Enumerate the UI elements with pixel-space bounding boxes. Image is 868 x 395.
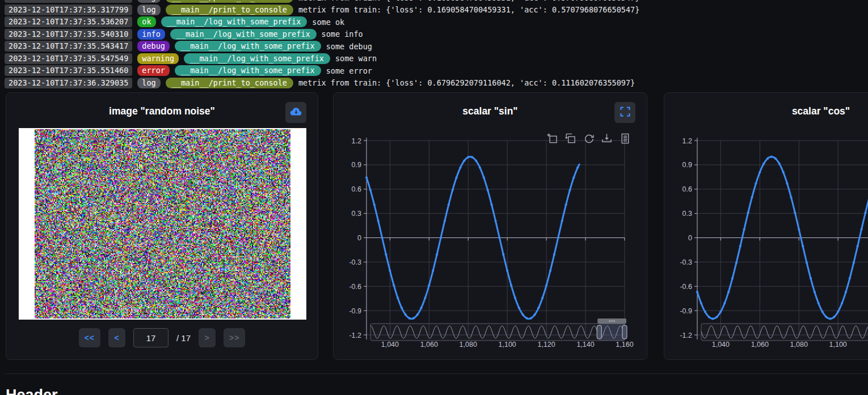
log-message: metrix from train: {'loss': 0.1690584700… [298,0,639,2]
data-point [810,277,812,279]
data-point [782,171,785,173]
data-point [459,167,461,169]
x-tick-label: 1,100 [499,341,516,349]
zoom-reset-icon[interactable] [564,133,576,147]
prev-page-button[interactable]: < [108,328,125,347]
y-tick-label: 0.9 [682,161,692,169]
data-point [572,176,575,179]
log-level-badge: log [137,5,160,15]
data-point [715,316,718,318]
first-page-button[interactable]: << [79,328,100,347]
download-image-button[interactable] [285,102,306,123]
area-zoom-icon[interactable] [546,133,558,147]
data-point [397,297,399,299]
data-point [404,313,407,316]
datazoom-handle[interactable] [597,325,601,339]
fullscreen-button[interactable] [614,102,635,123]
data-point [837,311,839,313]
log-message: metrix from train: {'loss': 0.6796292079… [298,78,635,87]
y-tick-label: 0.3 [682,210,692,218]
data-point [444,220,446,222]
data-point [408,317,411,320]
log-level-badge: log [137,0,160,3]
logged-image-frame [19,128,306,320]
last-page-button[interactable]: >> [224,328,245,347]
datazoom-handle[interactable] [622,325,627,339]
data-point [798,228,800,230]
data-point [502,253,504,256]
x-tick-label: 1,120 [537,341,555,349]
x-tick-label: 1,040 [381,341,399,349]
x-tick-label: 1,160 [616,341,633,349]
data-point [385,253,387,256]
cos-line-chart[interactable]: 1.20.90.60.30-0.3-0.6-0.9-1.21,0401,0601… [672,131,868,352]
data-point [467,156,469,158]
chart-toolbox [546,133,631,147]
cos-card-title: scalar "cos" [664,105,868,117]
datazoom-track[interactable] [370,324,625,341]
random-noise-image [35,129,290,318]
y-tick-label: -1.2 [680,332,692,339]
x-tick-label: 1,040 [712,341,730,349]
y-tick-label: 0.6 [352,185,361,193]
data-point [845,291,847,293]
data-point [510,284,512,286]
log-level-badge: ok [137,16,155,27]
data-point [864,211,866,214]
y-tick-label: 0.9 [352,161,361,169]
data-point [755,182,757,185]
next-page-button[interactable]: > [199,328,216,347]
data-point [719,311,722,313]
data-point [743,228,745,230]
data-point [818,302,820,304]
data-point [420,307,422,309]
image-pagination: << < / 17 > >> [6,328,318,347]
y-tick-label: 0.3 [352,210,361,218]
image-card-title: image "random noise" [6,105,318,117]
y-tick-label: 1.2 [352,137,361,145]
data-point [463,159,465,162]
data-point [401,307,403,309]
data-point [841,302,843,304]
data-point [770,155,773,158]
data-point [731,277,734,279]
data-point [448,203,450,206]
data-point [498,236,500,239]
timestamp-badge: 2023-12-10T17:37:35.543417 [5,41,132,52]
log-level-badge: debug [137,41,170,52]
log-level-badge: info [137,29,165,40]
module-badge: __main__/log_with_some_prefix [170,29,317,40]
data-point [704,311,706,313]
log-message: some ok [312,18,344,27]
timestamp-badge: 2023-12-10T17:37:35.547549 [5,53,132,64]
log-row: 2023-12-10T17:37:35.547549warning__main_… [5,53,868,64]
data-point [806,262,808,264]
data-point [568,189,571,191]
data-view-icon[interactable] [619,133,631,147]
data-point [494,220,496,222]
save-image-icon[interactable] [601,133,613,147]
y-tick-label: 0 [688,234,692,242]
x-tick-label: 1,080 [790,341,808,349]
y-tick-label: -0.9 [680,307,692,315]
data-point [723,302,726,304]
log-row: 2023-12-10T17:37:35.317799log__main__/pr… [5,0,868,3]
page-number-input[interactable] [133,328,168,347]
data-point [576,167,579,169]
data-point [814,291,816,293]
data-point [393,284,395,286]
sin-line-chart[interactable]: 1.20.90.60.30-0.3-0.6-0.9-1.21,0401,0601… [341,131,644,352]
data-point [739,245,741,247]
data-point [557,236,559,239]
data-point [479,167,481,169]
data-point [561,220,563,222]
y-tick-label: -0.3 [349,258,361,266]
log-row: 2023-12-10T17:37:35.317799log__main__/pr… [5,5,868,15]
log-level-badge: warning [137,53,179,64]
restore-icon[interactable] [583,133,595,147]
datazoom-window[interactable] [599,324,625,341]
move-handle-dot [609,320,610,321]
log-output: 2023-12-10T17:37:35.317799log__main__/pr… [5,0,868,90]
log-level-badge: log [137,78,160,88]
data-point [849,277,851,279]
